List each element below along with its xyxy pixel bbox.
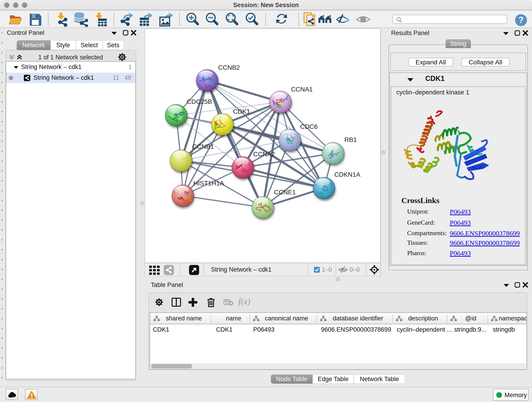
svg-text:RB1: RB1 <box>344 136 357 143</box>
svg-text:CDC25B: CDC25B <box>187 98 212 105</box>
svg-text:?: ? <box>518 15 524 25</box>
svg-text:CDKN1A: CDKN1A <box>334 171 360 178</box>
svg-text:CCNA2: CCNA2 <box>253 151 275 158</box>
svg-text:CCNB1: CCNB1 <box>192 143 214 150</box>
svg-text:HIST1H1A: HIST1H1A <box>193 180 224 187</box>
svg-text:CCNE1: CCNE1 <box>274 189 296 196</box>
svg-text:CCNA1: CCNA1 <box>291 86 313 93</box>
svg-text:CDK1: CDK1 <box>233 108 250 115</box>
svg-text:CDC6: CDC6 <box>300 123 317 130</box>
svg-text:CCNB2: CCNB2 <box>218 64 240 71</box>
